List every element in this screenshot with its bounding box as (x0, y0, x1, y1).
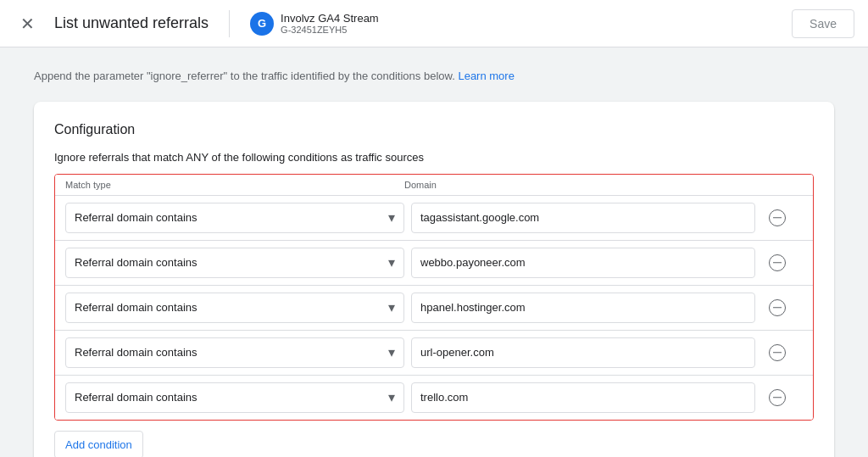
property-id: G-32451ZEYH5 (281, 25, 379, 35)
table-header: Match type Domain (55, 175, 813, 196)
save-button[interactable]: Save (792, 9, 854, 38)
add-condition-button[interactable]: Add condition (54, 431, 143, 458)
chevron-down-icon: ▾ (388, 299, 395, 315)
match-type-value-0: Referral domain contains (75, 211, 198, 224)
table-row: Referral domain contains ▾ (55, 331, 813, 376)
remove-circle-icon (769, 389, 786, 406)
card-title: Configuration (54, 122, 814, 137)
chevron-down-icon: ▾ (388, 254, 395, 270)
match-type-select-1[interactable]: Referral domain contains ▾ (65, 248, 404, 278)
match-type-select-2[interactable]: Referral domain contains ▾ (65, 293, 404, 323)
domain-input-3[interactable] (411, 337, 755, 368)
domain-input-4[interactable] (411, 382, 755, 413)
remove-circle-icon (769, 209, 786, 226)
domain-header: Domain (404, 180, 762, 190)
chevron-down-icon: ▾ (388, 389, 395, 405)
table-row: Referral domain contains ▾ (55, 376, 813, 420)
conditions-label: Ignore referrals that match ANY of the f… (54, 151, 814, 164)
chevron-down-icon: ▾ (388, 209, 395, 226)
main-content: Append the parameter "ignore_referrer" t… (0, 47, 868, 457)
match-type-value-4: Referral domain contains (75, 391, 198, 404)
remove-button-3[interactable] (762, 337, 793, 368)
configuration-card: Configuration Ignore referrals that matc… (34, 102, 834, 458)
chevron-down-icon: ▾ (388, 344, 395, 360)
domain-input-1[interactable] (411, 248, 755, 278)
conditions-table: Match type Domain Referral domain contai… (54, 174, 814, 421)
property-info: G Involvz GA4 Stream G-32451ZEYH5 (250, 12, 778, 36)
info-text: Append the parameter "ignore_referrer" t… (34, 70, 455, 82)
match-type-select-4[interactable]: Referral domain contains ▾ (65, 382, 404, 413)
property-icon: G (250, 12, 274, 36)
remove-button-4[interactable] (762, 382, 793, 413)
remove-button-0[interactable] (762, 203, 793, 233)
remove-button-2[interactable] (762, 293, 793, 323)
divider (229, 10, 230, 37)
match-type-value-2: Referral domain contains (75, 301, 198, 314)
top-bar: ✕ List unwanted referrals G Involvz GA4 … (0, 0, 868, 47)
close-button[interactable]: ✕ (14, 10, 41, 37)
remove-circle-icon (769, 299, 786, 316)
property-details: Involvz GA4 Stream G-32451ZEYH5 (281, 12, 379, 36)
table-row: Referral domain contains ▾ (55, 286, 813, 331)
match-type-select-0[interactable]: Referral domain contains ▾ (65, 203, 404, 233)
table-row: Referral domain contains ▾ (55, 196, 813, 241)
domain-input-2[interactable] (411, 293, 755, 323)
match-type-header: Match type (65, 180, 404, 190)
match-type-value-3: Referral domain contains (75, 346, 198, 359)
remove-circle-icon (769, 254, 786, 271)
info-bar: Append the parameter "ignore_referrer" t… (34, 68, 834, 85)
remove-button-1[interactable] (762, 248, 793, 278)
match-type-value-1: Referral domain contains (75, 256, 198, 269)
property-name: Involvz GA4 Stream (281, 12, 379, 25)
condition-rows: Referral domain contains ▾ Referral doma… (55, 196, 813, 420)
learn-more-link[interactable]: Learn more (458, 70, 514, 82)
domain-input-0[interactable] (411, 203, 755, 233)
table-row: Referral domain contains ▾ (55, 241, 813, 286)
match-type-select-3[interactable]: Referral domain contains ▾ (65, 337, 404, 368)
page-title: List unwanted referrals (54, 14, 209, 32)
remove-circle-icon (769, 344, 786, 361)
